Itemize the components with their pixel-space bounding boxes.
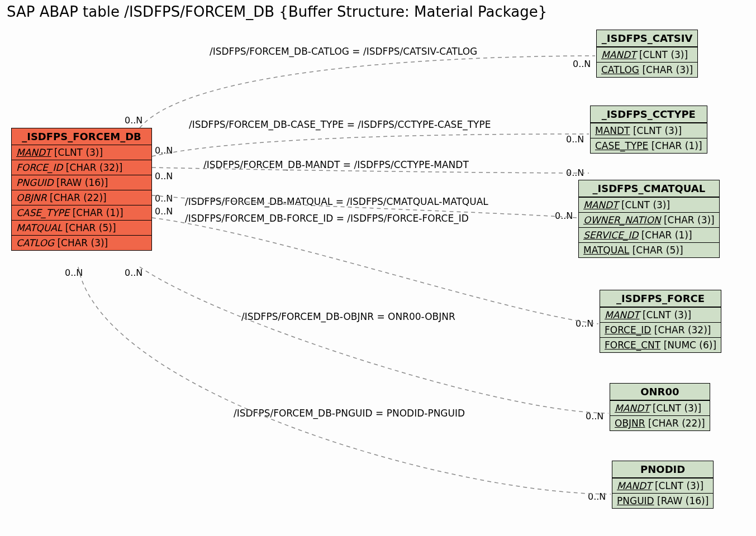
cardinality: 0..N <box>586 411 603 422</box>
edge-label-forceid: /ISDFPS/FORCEM_DB-FORCE_ID = /ISDFPS/FOR… <box>185 213 469 224</box>
entity-onr00: ONR00 MANDT [CLNT (3)] OBJNR [CHAR (22)] <box>610 383 710 431</box>
field-row: CASE_TYPE [CHAR (1)] <box>591 138 707 153</box>
edge-label-mandt: /ISDFPS/FORCEM_DB-MANDT = /ISDFPS/CCTYPE… <box>203 159 469 170</box>
field-row: MANDT [CLNT (3)] <box>591 123 707 138</box>
field-row: PNGUID [RAW (16)] <box>12 175 151 190</box>
field-row: SERVICE_ID [CHAR (1)] <box>579 227 719 242</box>
edge-label-matqual: /ISDFPS/FORCEM_DB-MATQUAL = /ISDFPS/CMAT… <box>185 196 488 207</box>
cardinality: 0..N <box>155 171 173 181</box>
field-row: CATLOG [CHAR (3)] <box>597 62 697 77</box>
field-row: MANDT [CLNT (3)] <box>579 197 719 212</box>
entity-force: _ISDFPS_FORCE MANDT [CLNT (3)] FORCE_ID … <box>600 290 721 353</box>
edge-label-objnr: /ISDFPS/FORCEM_DB-OBJNR = ONR00-OBJNR <box>241 311 455 322</box>
entity-forcem-db: _ISDFPS_FORCEM_DB MANDT [CLNT (3)] FORCE… <box>11 128 152 251</box>
cardinality: 0..N <box>155 145 173 156</box>
cardinality: 0..N <box>566 168 584 178</box>
field-row: MANDT [CLNT (3)] <box>612 478 713 493</box>
entity-header: ONR00 <box>610 384 710 400</box>
cardinality: 0..N <box>65 267 83 278</box>
cardinality: 0..N <box>125 267 142 278</box>
entity-header: _ISDFPS_CATSIV <box>597 30 697 47</box>
edge-label-casetype: /ISDFPS/FORCEM_DB-CASE_TYPE = /ISDFPS/CC… <box>189 119 491 130</box>
field-row: MANDT [CLNT (3)] <box>12 145 151 160</box>
entity-cmatqual: _ISDFPS_CMATQUAL MANDT [CLNT (3)] OWNER_… <box>578 180 720 258</box>
entity-fields: MANDT [CLNT (3)] FORCE_ID [CHAR (32)] PN… <box>12 145 151 250</box>
field-row: OBJNR [CHAR (22)] <box>610 415 710 430</box>
cardinality: 0..N <box>555 210 573 221</box>
entity-cctype: _ISDFPS_CCTYPE MANDT [CLNT (3)] CASE_TYP… <box>590 106 707 154</box>
field-row: FORCE_ID [CHAR (32)] <box>600 322 721 337</box>
field-row: MATQUAL [CHAR (5)] <box>579 242 719 257</box>
cardinality: 0..N <box>125 115 142 126</box>
connectors <box>0 0 756 536</box>
entity-catsiv: _ISDFPS_CATSIV MANDT [CLNT (3)] CATLOG [… <box>596 30 698 78</box>
page-title: SAP ABAP table /ISDFPS/FORCEM_DB {Buffer… <box>7 3 547 20</box>
cardinality: 0..N <box>155 193 173 204</box>
field-row: MANDT [CLNT (3)] <box>597 47 697 62</box>
cardinality: 0..N <box>588 491 606 502</box>
cardinality: 0..N <box>573 59 591 69</box>
edge-label-catlog: /ISDFPS/FORCEM_DB-CATLOG = /ISDFPS/CATSI… <box>210 46 477 57</box>
cardinality: 0..N <box>566 134 584 145</box>
field-row: MANDT [CLNT (3)] <box>610 400 710 415</box>
entity-header: _ISDFPS_FORCEM_DB <box>12 128 151 145</box>
field-row: FORCE_CNT [NUMC (6)] <box>600 337 721 352</box>
field-row: CASE_TYPE [CHAR (1)] <box>12 205 151 220</box>
entity-header: _ISDFPS_CCTYPE <box>591 106 707 123</box>
cardinality: 0..N <box>155 206 173 217</box>
cardinality: 0..N <box>576 318 593 329</box>
field-row: OWNER_NATION [CHAR (3)] <box>579 212 719 227</box>
edge-label-pnguid: /ISDFPS/FORCEM_DB-PNGUID = PNODID-PNGUID <box>234 408 465 419</box>
field-row: CATLOG [CHAR (3)] <box>12 235 151 250</box>
entity-header: _ISDFPS_FORCE <box>600 290 721 307</box>
field-row: MANDT [CLNT (3)] <box>600 307 721 322</box>
field-row: OBJNR [CHAR (22)] <box>12 190 151 205</box>
entity-header: _ISDFPS_CMATQUAL <box>579 180 719 197</box>
field-row: FORCE_ID [CHAR (32)] <box>12 160 151 175</box>
field-row: PNGUID [RAW (16)] <box>612 493 713 508</box>
entity-pnodid: PNODID MANDT [CLNT (3)] PNGUID [RAW (16)… <box>612 461 714 509</box>
field-row: MATQUAL [CHAR (5)] <box>12 220 151 235</box>
entity-header: PNODID <box>612 461 713 478</box>
